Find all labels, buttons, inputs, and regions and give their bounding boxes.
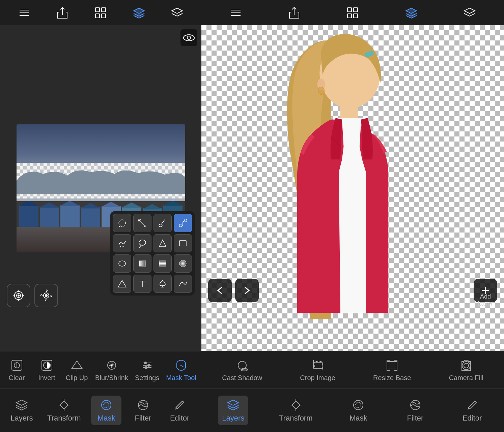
share-icon[interactable] [54, 4, 71, 21]
svg-point-65 [145, 367, 147, 369]
svg-rect-104 [387, 362, 397, 369]
right-bottom-menu: Layers Transform Mask Filter Editor [201, 388, 504, 432]
svg-marker-30 [159, 240, 166, 247]
linear-gradient-button[interactable] [133, 254, 151, 273]
mask-tool-button[interactable]: Mask Tool [163, 356, 199, 384]
right-top-toolbar [201, 0, 504, 25]
right-menu-icon[interactable] [227, 4, 244, 21]
left-bottom-menu: Layers Transform Mask Filter Editor [0, 388, 201, 432]
svg-point-117 [356, 402, 361, 408]
right-layers-active-icon[interactable] [403, 4, 420, 21]
resize-base-button[interactable]: Resize Base [370, 356, 414, 384]
svg-marker-9 [172, 8, 183, 13]
svg-rect-103 [315, 362, 323, 369]
speech-bubble-button[interactable] [133, 234, 151, 252]
bottom-action-row [7, 284, 58, 307]
svg-rect-86 [354, 14, 358, 18]
clear-button[interactable]: Clear [2, 356, 31, 384]
svg-marker-120 [468, 401, 476, 409]
svg-point-13 [119, 220, 125, 226]
rect-tool-button[interactable] [174, 234, 192, 252]
left-nav-filter[interactable]: Filter [128, 396, 158, 425]
svg-point-22 [159, 224, 163, 227]
right-panel: Add Layer Cast Shadow Crop Image Resize … [201, 0, 504, 432]
svg-line-28 [123, 246, 124, 247]
svg-line-14 [119, 226, 120, 227]
shape-tool-button[interactable] [153, 234, 172, 252]
svg-point-75 [104, 402, 109, 408]
right-nav-filter[interactable]: Filter [400, 396, 430, 425]
grid-icon[interactable] [92, 4, 109, 21]
svg-rect-4 [95, 8, 100, 12]
target-button[interactable] [7, 284, 30, 307]
right-nav-transform[interactable]: Transform [275, 396, 316, 425]
gradient-tool-button[interactable] [113, 234, 131, 252]
svg-marker-88 [464, 8, 475, 13]
left-nav-mask[interactable]: Mask [91, 396, 121, 425]
menu-icon[interactable] [16, 4, 33, 21]
add-layer-label: Add Layer [474, 293, 497, 307]
svg-marker-78 [176, 401, 184, 409]
svg-rect-85 [347, 14, 352, 18]
svg-point-110 [464, 363, 469, 368]
right-nav-editor[interactable]: Editor [457, 396, 487, 425]
left-nav-layers[interactable]: Layers [6, 396, 37, 425]
clip-up-button[interactable]: Clip Up [62, 356, 91, 384]
prev-button[interactable] [208, 279, 232, 302]
ellipse-tool-button[interactable] [113, 254, 131, 273]
right-function-toolbar: Cast Shadow Crop Image Resize Base Camer… [201, 351, 504, 388]
left-canvas-area [0, 25, 201, 351]
transform-button[interactable] [34, 284, 58, 307]
svg-marker-55 [72, 361, 82, 368]
right-nav-layers[interactable]: Layers [218, 396, 248, 425]
left-nav-editor[interactable]: Editor [165, 396, 195, 425]
settings-button[interactable]: Settings [132, 356, 162, 384]
right-nav-mask[interactable]: Mask [343, 396, 373, 425]
smart-brush-button[interactable] [174, 214, 192, 232]
left-nav-transform[interactable]: Transform [43, 396, 85, 425]
svg-line-15 [139, 220, 146, 226]
curve-tool-button[interactable] [174, 275, 192, 293]
svg-point-24 [179, 224, 183, 227]
layers-active-icon[interactable] [131, 4, 147, 21]
svg-point-116 [354, 400, 363, 410]
invert-button[interactable]: Invert [32, 356, 61, 384]
right-share-icon[interactable] [286, 4, 303, 21]
crop-image-button[interactable]: Crop Image [297, 356, 338, 384]
radial-gradient-button[interactable] [174, 254, 192, 273]
brush-tool-button[interactable] [153, 214, 172, 232]
svg-line-26 [120, 246, 121, 247]
left-function-toolbar: Clear Invert Clip Up Blur/Shrink Setting… [0, 351, 201, 388]
svg-line-21 [161, 220, 165, 224]
right-layers-stack-icon[interactable] [461, 4, 478, 21]
text-tool-button[interactable] [133, 275, 151, 293]
blur-shrink-button[interactable]: Blur/Shrink [92, 356, 131, 384]
lasso-tool-button[interactable] [113, 214, 131, 232]
svg-rect-34 [159, 261, 166, 266]
svg-point-109 [462, 362, 470, 370]
svg-rect-6 [95, 14, 100, 18]
right-grid-icon[interactable] [344, 4, 361, 21]
visibility-button[interactable] [180, 29, 197, 46]
cast-shadow-button[interactable]: Cast Shadow [219, 356, 265, 384]
svg-point-98 [241, 368, 248, 371]
spade-tool-button[interactable] [153, 275, 172, 293]
camera-fill-button[interactable]: Camera Fill [446, 356, 486, 384]
nav-arrows [208, 279, 259, 302]
svg-point-49 [45, 295, 47, 297]
next-button[interactable] [235, 279, 259, 302]
svg-rect-83 [347, 8, 352, 12]
layers-stack-icon[interactable] [169, 4, 186, 21]
triangle-tool-button[interactable] [113, 275, 131, 293]
svg-point-64 [148, 364, 150, 366]
magic-wand-button[interactable] [133, 214, 151, 232]
svg-marker-69 [16, 400, 27, 405]
svg-point-29 [139, 240, 146, 245]
left-top-toolbar [0, 0, 201, 25]
svg-marker-8 [134, 8, 144, 13]
svg-rect-5 [102, 8, 106, 12]
vertical-gradient-button[interactable] [153, 254, 172, 273]
svg-point-63 [144, 362, 146, 364]
svg-point-11 [187, 36, 191, 39]
left-panel: Clear Invert Clip Up Blur/Shrink Setting… [0, 0, 201, 432]
